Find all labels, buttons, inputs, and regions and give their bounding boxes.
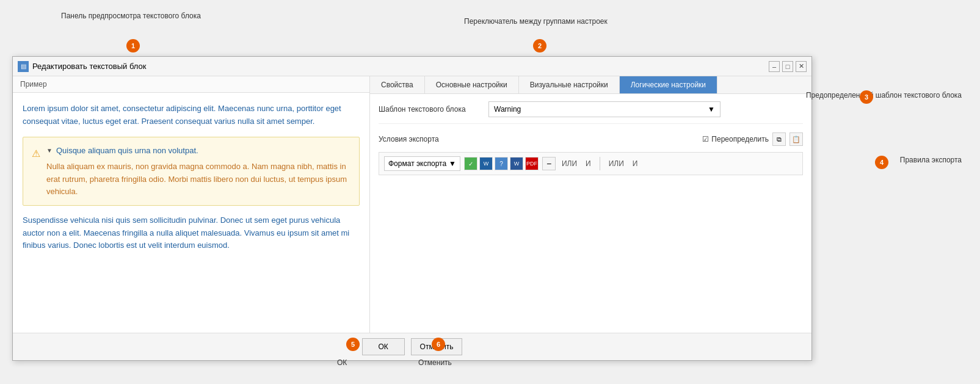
warning-body: ▼ Quisque aliquam quis urna non volutpat… <box>46 145 350 198</box>
preview-header: Пример <box>13 76 369 93</box>
minimize-button[interactable]: – <box>769 61 780 72</box>
override-checkbox[interactable]: ☑ Переопределить <box>702 135 769 143</box>
or-label-1: ИЛИ <box>559 159 579 168</box>
close-button[interactable]: ✕ <box>796 61 807 72</box>
dropdown-arrow-icon: ▼ <box>708 105 715 114</box>
export-conditions-header: Условия экспорта ☑ Переопределить ⧉ 📋 <box>379 132 803 146</box>
annotation-bubble-3: 3 <box>860 90 873 104</box>
format-icons: ✓ W ? W PDF <box>464 157 539 170</box>
format-label: Формат экспорта <box>388 159 446 168</box>
template-row: Шаблон текстового блока Warning ▼ <box>379 101 803 124</box>
separator <box>600 157 600 170</box>
tab-properties[interactable]: Свойства <box>370 76 425 93</box>
paste-button[interactable]: 📋 <box>789 132 803 146</box>
template-label: Шаблон текстового блока <box>379 105 488 114</box>
maximize-button[interactable]: □ <box>782 61 793 72</box>
export-conditions-section: Условия экспорта ☑ Переопределить ⧉ 📋 <box>379 132 803 175</box>
annotation-bubble-5: 5 <box>346 338 360 351</box>
format-icon-word-alt[interactable]: W <box>479 157 493 170</box>
tab-basic[interactable]: Основные настройки <box>425 76 519 93</box>
annotation-label-2: Переключатель между группами настроек <box>464 17 608 26</box>
tab-visual[interactable]: Визуальные настройки <box>519 76 620 93</box>
template-select[interactable]: Warning ▼ <box>488 101 720 117</box>
annotation-label-5: ОК <box>337 358 347 367</box>
preview-paragraph-2: Suspendisse vehicula nisi quis sem solli… <box>23 214 360 252</box>
warning-icon: ⚠ <box>32 146 40 198</box>
tabs-row: Свойства Основные настройки Визуальные н… <box>370 76 811 94</box>
format-icon-word[interactable]: W <box>510 157 523 170</box>
title-icon: ▤ <box>18 61 29 72</box>
copy-button[interactable]: ⧉ <box>772 132 786 146</box>
warning-body-text: Nulla aliquam ex mauris, non gravida mag… <box>46 161 350 197</box>
format-icon-pdf[interactable]: PDF <box>525 157 539 170</box>
and-label-2: И <box>630 159 641 168</box>
template-value: Warning <box>494 105 521 114</box>
annotation-bubble-4: 4 <box>875 156 888 169</box>
override-label: Переопределить <box>711 135 769 143</box>
dialog-body: Пример Lorem ipsum dolor sit amet, conse… <box>13 76 811 333</box>
checkbox-checked-icon: ☑ <box>702 135 709 143</box>
preview-content: Lorem ipsum dolor sit amet, consectetur … <box>13 93 369 333</box>
dialog-titlebar: ▤ Редактировать текстовый блок – □ ✕ <box>13 57 811 76</box>
annotation-bubble-2: 2 <box>533 39 546 53</box>
right-panel: Свойства Основные настройки Визуальные н… <box>370 76 811 333</box>
dialog-title: Редактировать текстовый блок <box>32 62 146 71</box>
or-label-2: ИЛИ <box>606 159 626 168</box>
warning-block: ⚠ ▼ Quisque aliquam quis urna non volutp… <box>23 137 360 206</box>
export-row: Формат экспорта ▼ ✓ W ? W PDF − ИЛИ И <box>379 152 803 175</box>
dialog-footer: ОК Отменить <box>13 333 811 360</box>
titlebar-controls: – □ ✕ <box>769 61 807 72</box>
format-select[interactable]: Формат экспорта ▼ <box>384 156 460 171</box>
remove-button[interactable]: − <box>542 157 556 170</box>
annotation-bubble-6: 6 <box>432 338 445 351</box>
format-dropdown-icon: ▼ <box>449 159 456 168</box>
left-panel: Пример Lorem ipsum dolor sit amet, conse… <box>13 76 370 333</box>
export-conditions-right: ☑ Переопределить ⧉ 📋 <box>702 132 803 146</box>
annotation-bubble-1: 1 <box>126 39 140 53</box>
ok-button[interactable]: ОК <box>362 338 405 355</box>
dialog-window: ▤ Редактировать текстовый блок – □ ✕ При… <box>12 56 812 361</box>
warning-title: Quisque aliquam quis urna non volutpat. <box>56 145 198 158</box>
preview-paragraph-1: Lorem ipsum dolor sit amet, consectetur … <box>23 103 360 128</box>
annotation-label-6: Отменить <box>418 358 452 367</box>
annotation-label-3: Предопределенный шаблон текстового блока <box>806 90 962 101</box>
titlebar-left: ▤ Редактировать текстовый блок <box>18 61 146 72</box>
export-conditions-title: Условия экспорта <box>379 135 439 143</box>
tab-logic[interactable]: Логические настройки <box>620 76 717 93</box>
format-icon-question[interactable]: ? <box>495 157 508 170</box>
format-icon-check[interactable]: ✓ <box>464 157 477 170</box>
settings-area: Шаблон текстового блока Warning ▼ Услови… <box>370 94 811 333</box>
warning-title-row: ▼ Quisque aliquam quis urna non volutpat… <box>46 145 350 158</box>
and-label-1: И <box>583 159 593 168</box>
collapse-arrow-icon[interactable]: ▼ <box>46 146 53 156</box>
annotation-label-4: Правила экспорта <box>900 156 962 164</box>
annotation-label-1: Панель предпросмотра текстового блока <box>61 11 201 21</box>
